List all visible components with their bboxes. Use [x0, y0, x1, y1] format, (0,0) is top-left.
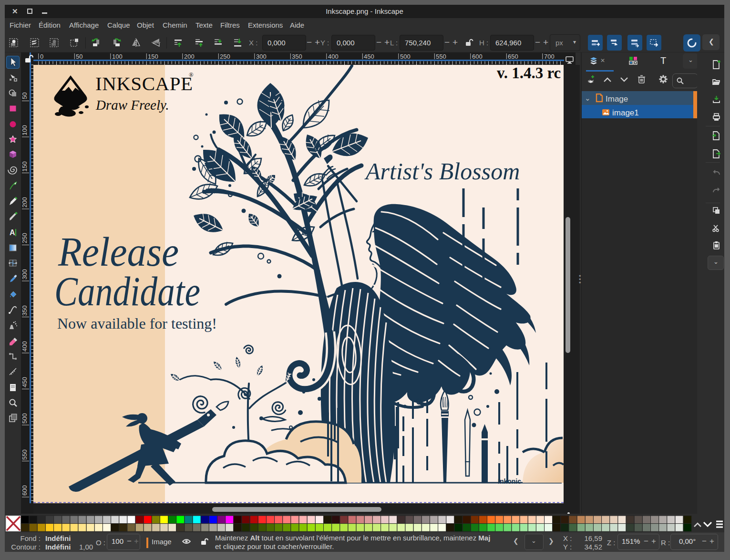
svg-text:Inkonic: Inkonic: [498, 477, 521, 485]
svg-text:200: 200: [21, 197, 28, 207]
svg-text:150: 150: [148, 53, 158, 60]
svg-text:100: 100: [21, 125, 28, 135]
svg-text:Release: Release: [58, 229, 179, 275]
svg-text:v. 1.4.3 rc: v. 1.4.3 rc: [497, 65, 561, 82]
svg-text:600: 600: [21, 485, 28, 496]
svg-text:250: 250: [21, 233, 28, 243]
svg-text:350: 350: [21, 305, 28, 316]
svg-text:400: 400: [21, 341, 28, 352]
svg-text:300: 300: [256, 53, 267, 60]
svg-text:400: 400: [328, 53, 339, 60]
svg-text:700: 700: [544, 53, 555, 60]
svg-text:Candidate: Candidate: [54, 269, 200, 314]
svg-text:350: 350: [292, 53, 302, 60]
svg-text:50: 50: [21, 93, 28, 99]
svg-text:550: 550: [436, 53, 446, 60]
svg-text:500: 500: [400, 53, 411, 60]
svg-text:600: 600: [472, 53, 483, 60]
svg-text:®: ®: [189, 71, 194, 78]
svg-text:450: 450: [364, 53, 374, 60]
svg-text:A: A: [10, 228, 15, 237]
svg-text:650: 650: [508, 53, 518, 60]
svg-text:200: 200: [184, 53, 195, 60]
svg-text:550: 550: [21, 449, 28, 460]
svg-text:450: 450: [21, 377, 28, 387]
svg-text:0: 0: [40, 53, 43, 60]
svg-text:Artist's Blossom: Artist's Blossom: [364, 158, 520, 185]
svg-text:250: 250: [220, 53, 230, 60]
svg-text:INKSCAPE: INKSCAPE: [95, 73, 193, 94]
svg-text:50: 50: [76, 53, 82, 60]
svg-text:150: 150: [21, 161, 28, 172]
svg-text:Draw Freely.: Draw Freely.: [95, 97, 169, 113]
svg-text:100: 100: [112, 53, 123, 60]
svg-text:Now available for testing!: Now available for testing!: [57, 315, 217, 332]
svg-text:500: 500: [21, 413, 28, 424]
svg-text:300: 300: [21, 269, 28, 280]
